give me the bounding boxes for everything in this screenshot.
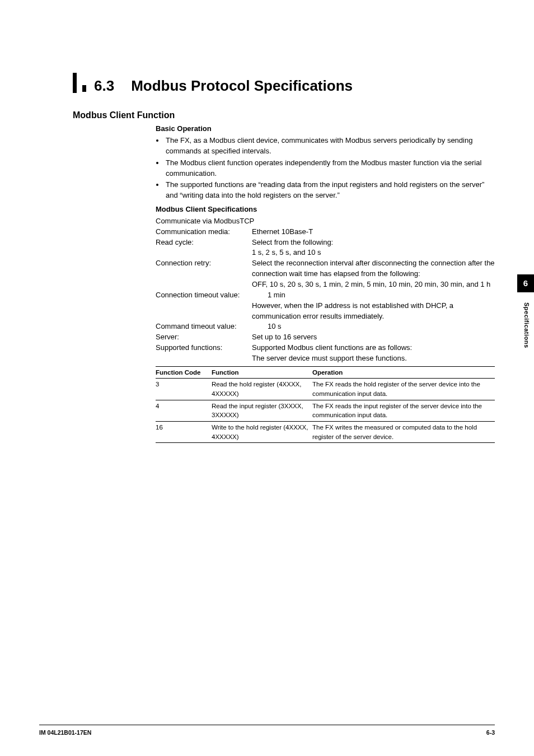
spec-intro: Communicate via ModbusTCP [156,216,495,227]
table-row: 4 Read the input register (3XXXX, 3XXXXX… [156,400,495,421]
spec-value: However, when the IP address is not esta… [252,301,495,322]
spec-row-retry: Connection retry: Select the reconnectio… [156,258,495,290]
spec-label: Connection retry: [156,258,252,290]
spec-value: Ethernet 10Base-T [252,227,495,237]
table-cell: The FX reads the input register of the s… [312,400,495,421]
spec-value: Supported Modbus client functions are as… [252,343,495,353]
spec-row-cmd-timeout: Command timeout value: 10 s [156,321,495,332]
chapter-tab: 6 [517,274,534,292]
list-item: The supported functions are “reading dat… [165,180,495,201]
table-cell: The FX writes the measured or computed d… [312,422,495,443]
spec-label: Command timeout value: [156,321,268,332]
spec-value: 1 min [268,290,495,301]
client-spec-heading: Modbus Client Specifications [156,204,495,215]
footer-right: 6-3 [486,729,495,737]
spec-label [156,301,252,322]
spec-value: Set up to 16 servers [252,332,495,343]
spec-row-supported-functions: Supported functions: Supported Modbus cl… [156,343,495,364]
table-cell: 3 [156,379,212,400]
table-cell: Read the hold register (4XXXX, 4XXXXX) [212,379,312,400]
table-row: 16 Write to the hold register (4XXXX, 4X… [156,422,495,443]
table-header: Function Code [156,366,212,379]
spec-value: Select the reconnection interval after d… [252,258,495,279]
section-number: 6.3 [94,78,114,93]
footer-left: IM 04L21B01-17EN [39,729,91,737]
basic-operation-heading: Basic Operation [156,124,495,134]
basic-operation-list: The FX, as a Modbus client device, commu… [156,136,495,201]
section-heading: 6.3 Modbus Protocol Specifications [73,73,495,93]
spec-value: Select from the following: [252,237,495,248]
table-header: Operation [312,366,495,379]
function-code-table: Function Code Function Operation 3 Read … [156,366,495,444]
spec-label: Server: [156,332,252,343]
table-cell: 16 [156,422,212,443]
heading-marker-short [82,85,86,92]
table-cell: Write to the hold register (4XXXX, 4XXXX… [212,422,312,443]
spec-label: Supported functions: [156,343,252,364]
table-header: Function [212,366,312,379]
spec-label: Read cycle: [156,237,252,259]
spec-row-media: Communication media: Ethernet 10Base-T [156,227,495,237]
table-cell: 4 [156,400,212,421]
spec-value: 1 s, 2 s, 5 s, and 10 s [252,248,495,258]
subsection-heading: Modbus Client Function [73,109,495,122]
spec-row-server: Server: Set up to 16 servers [156,332,495,343]
spec-value: 10 s [268,321,495,332]
spec-row-conn-timeout: Connection timeout value: 1 min [156,290,495,301]
table-cell: The FX reads the hold register of the se… [312,379,495,400]
spec-value: The server device must support these fun… [252,353,495,364]
table-cell: Read the input register (3XXXX, 3XXXXX) [212,400,312,421]
section-title: Modbus Protocol Specifications [131,78,353,93]
chapter-number: 6 [523,277,528,290]
list-item: The FX, as a Modbus client device, commu… [165,136,495,157]
table-row: 3 Read the hold register (4XXXX, 4XXXXX)… [156,379,495,400]
page-footer: IM 04L21B01-17EN 6-3 [39,725,495,737]
spec-row-readcycle: Read cycle: Select from the following: 1… [156,237,495,259]
spec-row-conn-timeout-note: However, when the IP address is not esta… [156,301,495,322]
heading-marker-tall [73,73,77,93]
spec-label: Communication media: [156,227,252,237]
chapter-label: Specifications [522,302,531,348]
spec-label: Connection timeout value: [156,290,268,301]
list-item: The Modbus client function operates inde… [165,158,495,179]
spec-value: OFF, 10 s, 20 s, 30 s, 1 min, 2 min, 5 m… [252,279,495,290]
